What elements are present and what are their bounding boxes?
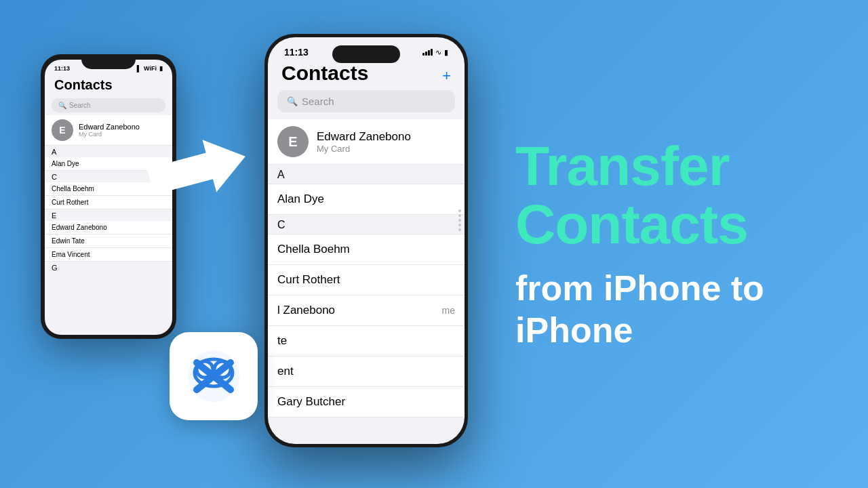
app-icon	[183, 346, 244, 407]
back-contact-ema: Ema Vincent	[45, 248, 172, 262]
front-search-text: Search	[302, 96, 334, 107]
back-contact-edward: Edward Zanebono	[45, 221, 172, 235]
front-search-icon: 🔍	[287, 96, 298, 106]
right-section: Transfer Contacts from iPhone to iPhone	[502, 0, 868, 488]
back-my-card: E Edward Zanebono My Card	[45, 115, 172, 146]
front-contact-te-name: te	[277, 334, 287, 348]
back-card-name: Edward Zanebono	[79, 123, 140, 131]
front-my-card[interactable]: E Edward Zanebono My Card	[268, 119, 465, 165]
back-search-text: Search	[69, 102, 91, 109]
scroll-indicator	[458, 209, 461, 231]
front-time: 11:13	[284, 47, 309, 58]
app-logo-svg	[183, 346, 244, 407]
left-section: 11:13 ▌ WiFi ▮ Contacts 🔍 Search E Edwar…	[0, 0, 488, 488]
front-contact-ent-name: ent	[277, 365, 294, 378]
wifi-icon: ∿	[435, 48, 441, 57]
front-notch	[332, 45, 400, 63]
scroll-dot	[458, 209, 461, 212]
front-contact-zanebono-name: l Zanebono	[277, 304, 335, 317]
signal-bar-1	[422, 53, 425, 56]
back-search-icon: 🔍	[58, 102, 66, 109]
scroll-dot	[458, 228, 461, 231]
phone-front: 11:13 ∿ ▮ Contacts + 🔍 Sear	[264, 34, 468, 447]
signal-bar-4	[431, 49, 433, 56]
back-avatar: E	[52, 119, 73, 141]
front-avatar: E	[277, 126, 309, 157]
signal-icon: ▌	[137, 65, 141, 72]
back-section-g: G	[45, 262, 172, 273]
front-search-bar[interactable]: 🔍 Search	[277, 90, 455, 113]
front-status-icons: ∿ ▮	[422, 48, 448, 57]
front-contact-zanebono-me: me	[442, 305, 455, 316]
front-contact-ent-partial[interactable]: ent	[268, 357, 465, 387]
app-icon-overlay	[170, 332, 258, 420]
front-contact-chella[interactable]: Chella Boehm	[268, 235, 465, 265]
back-card-sub: My Card	[79, 131, 140, 138]
back-search-bar: 🔍 Search	[52, 98, 165, 113]
battery-icon: ▮	[159, 65, 163, 72]
front-contact-gary[interactable]: Gary Butcher	[268, 387, 465, 418]
front-contact-alan-name: Alan Dye	[277, 192, 324, 206]
front-contact-zanebono-partial[interactable]: l Zanebono me	[268, 296, 465, 326]
front-contact-alan[interactable]: Alan Dye	[268, 184, 465, 215]
back-status-icons: ▌ WiFi ▮	[137, 65, 163, 72]
front-section-a: A	[268, 165, 465, 184]
scroll-dot	[458, 224, 461, 226]
add-contact-button[interactable]: +	[442, 67, 451, 85]
signal-bar-2	[425, 52, 427, 56]
signal-bar-3	[428, 50, 430, 56]
front-screen: 11:13 ∿ ▮ Contacts + 🔍 Sear	[268, 37, 465, 444]
front-contact-curt[interactable]: Curt Rothert	[268, 265, 465, 296]
back-notch	[81, 54, 136, 69]
front-card-info: Edward Zanebono My Card	[317, 130, 411, 154]
front-contact-chella-name: Chella Boehm	[277, 243, 350, 256]
back-contacts-title: Contacts	[45, 75, 172, 96]
scroll-dot	[458, 214, 461, 217]
front-title-row: Contacts +	[268, 62, 465, 90]
front-contact-gary-name: Gary Butcher	[277, 395, 345, 409]
front-card-sub: My Card	[317, 144, 411, 154]
front-card-name: Edward Zanebono	[317, 130, 411, 144]
heading-line1: Transfer	[515, 137, 730, 195]
front-contacts-title: Contacts	[281, 62, 368, 85]
front-section-c: C	[268, 215, 465, 235]
back-time: 11:13	[54, 65, 70, 72]
signal-bars	[422, 49, 433, 56]
battery-icon: ▮	[444, 48, 448, 57]
front-contact-te-partial[interactable]: te	[268, 326, 465, 357]
front-contact-curt-name: Curt Rothert	[277, 273, 340, 287]
back-card-info: Edward Zanebono My Card	[79, 123, 140, 138]
scroll-dot	[458, 219, 461, 222]
wifi-icon: WiFi	[144, 65, 157, 72]
back-contact-edwin: Edwin Tate	[45, 235, 172, 248]
heading-line2: Contacts	[515, 195, 748, 253]
heading-subtitle: from iPhone to iPhone	[515, 267, 827, 352]
